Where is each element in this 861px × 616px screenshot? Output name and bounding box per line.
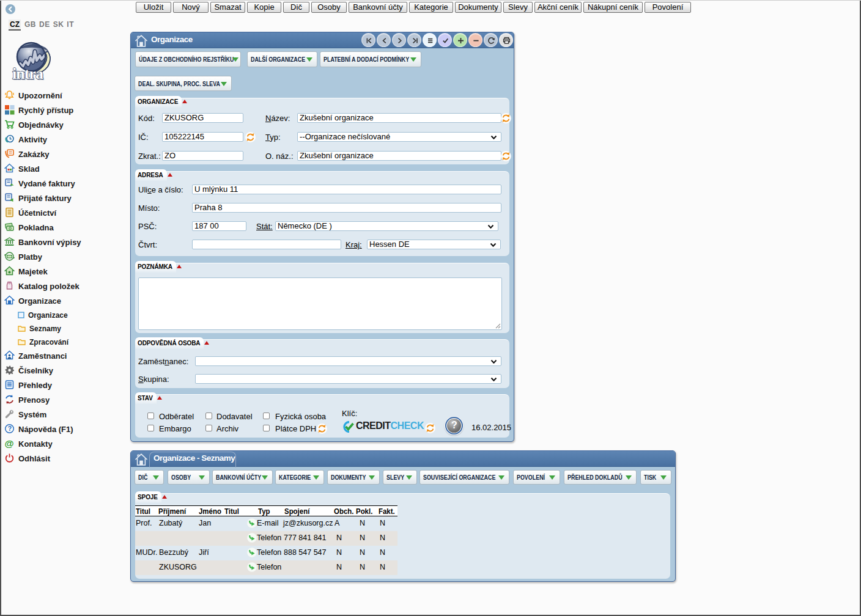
svg-text:intra: intra	[12, 65, 43, 81]
svg-text:?: ?	[8, 425, 12, 432]
svg-text:@: @	[5, 438, 14, 449]
